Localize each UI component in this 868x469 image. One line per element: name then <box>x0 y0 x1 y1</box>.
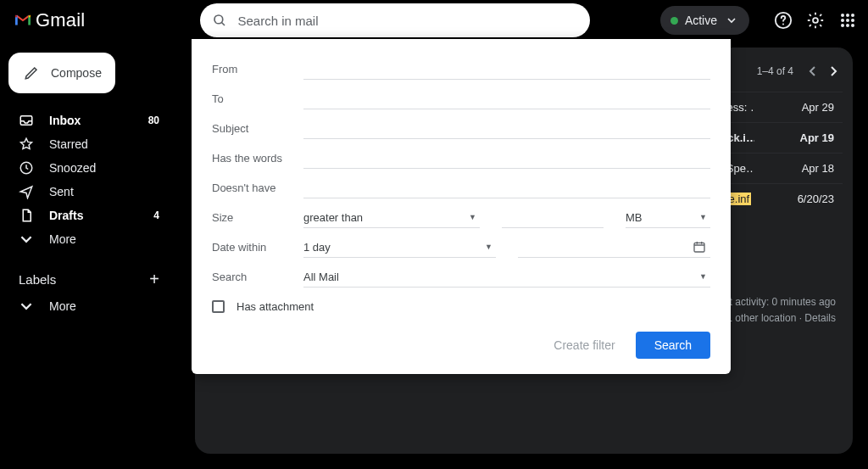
account-activity: ount activity: 0 minutes ago <box>713 294 836 310</box>
adv-has-attachment[interactable]: Has attachment <box>212 300 710 313</box>
svg-point-4 <box>813 18 818 23</box>
search-container <box>200 3 626 37</box>
status-chip[interactable]: Active <box>660 6 749 35</box>
help-icon[interactable] <box>773 10 793 31</box>
adv-doesnthave-input[interactable] <box>303 178 710 198</box>
chevron-down-icon <box>19 299 34 314</box>
search-icon <box>212 13 227 28</box>
labels-more-label: More <box>49 299 76 313</box>
page-nav <box>809 66 837 76</box>
adv-search-button[interactable]: Search <box>636 332 710 359</box>
adv-daterange-value: 1 day <box>303 241 331 254</box>
advanced-search-panel: From To Subject Has the words Doesn't ha… <box>192 39 731 374</box>
draft-icon <box>19 208 34 223</box>
sidebar-item-label: More <box>49 232 76 246</box>
svg-point-3 <box>782 24 784 25</box>
mail-date: Apr 19 <box>788 131 834 144</box>
svg-point-6 <box>846 14 849 17</box>
star-icon <box>19 137 34 152</box>
status-label: Active <box>685 14 717 27</box>
mail-date: Apr 29 <box>788 101 834 114</box>
adv-haswords-label: Has the words <box>212 152 293 165</box>
svg-point-11 <box>841 24 844 27</box>
next-page-button[interactable] <box>829 66 837 76</box>
add-label-button[interactable]: + <box>149 270 159 289</box>
svg-point-10 <box>851 19 854 22</box>
adv-subject-label: Subject <box>212 122 293 135</box>
adv-date-input[interactable] <box>518 237 710 258</box>
search-input[interactable] <box>237 14 578 28</box>
page-range: 1–4 of 4 <box>757 65 793 77</box>
inbox-icon <box>19 113 34 128</box>
sidebar-item-more[interactable]: More <box>8 227 168 251</box>
labels-title: Labels <box>19 272 56 287</box>
sidebar-item-starred[interactable]: Starred <box>8 132 168 156</box>
footer-info: ount activity: 0 minutes ago in 1 other … <box>713 294 836 327</box>
chevron-down-icon: ▼ <box>469 213 476 221</box>
compose-button[interactable]: Compose <box>8 53 115 93</box>
header-icons <box>773 10 858 31</box>
brand-name: Gmail <box>36 9 85 31</box>
chevron-down-icon: ▼ <box>485 243 492 251</box>
labels-header: Labels + <box>8 270 168 289</box>
sidebar-item-label: Starred <box>49 137 88 151</box>
adv-datewithin-label: Date within <box>212 241 293 254</box>
adv-actions: Create filter Search <box>212 332 710 359</box>
chevron-down-icon <box>724 13 739 28</box>
svg-point-9 <box>846 19 849 22</box>
status-dot-icon <box>670 17 678 25</box>
chevron-down-icon: ▼ <box>699 272 707 281</box>
sidebar-item-count: 4 <box>153 209 159 221</box>
mail-date: 6/20/23 <box>788 193 834 205</box>
pencil-icon <box>24 65 39 81</box>
apps-grid-icon[interactable] <box>837 10 858 31</box>
adv-haswords-input[interactable] <box>303 148 710 169</box>
adv-has-attachment-label: Has attachment <box>236 300 314 313</box>
adv-size-op-select[interactable]: greater than ▼ <box>303 208 480 228</box>
adv-daterange-select[interactable]: 1 day ▼ <box>303 237 496 258</box>
labels-more[interactable]: More <box>8 294 168 318</box>
sidebar-item-label: Inbox <box>49 114 81 127</box>
adv-size-unit-select[interactable]: MB ▼ <box>626 208 710 228</box>
account-locations[interactable]: in 1 other location · Details <box>713 310 836 327</box>
svg-point-12 <box>846 24 849 27</box>
sidebar: Compose Inbox 80 Starred Snoozed Sen <box>0 47 176 318</box>
adv-subject-input[interactable] <box>303 119 710 139</box>
adv-from-input[interactable] <box>303 59 710 80</box>
adv-searchscope-select[interactable]: All Mail ▼ <box>303 267 710 288</box>
sidebar-item-sent[interactable]: Sent <box>8 180 168 204</box>
sidebar-item-label: Sent <box>49 185 74 198</box>
svg-rect-16 <box>694 243 704 252</box>
svg-point-8 <box>841 19 844 22</box>
checkbox-icon[interactable] <box>212 300 225 313</box>
chevron-down-icon: ▼ <box>699 213 707 221</box>
prev-page-button[interactable] <box>809 66 817 76</box>
mail-date: Apr 18 <box>788 162 834 175</box>
gear-icon[interactable] <box>805 10 826 31</box>
adv-doesnthave-label: Doesn't have <box>212 181 293 194</box>
nav: Inbox 80 Starred Snoozed Sent Drafts <box>8 109 168 251</box>
sidebar-item-count: 80 <box>148 114 159 126</box>
calendar-icon <box>692 239 707 254</box>
adv-size-op-value: greater than <box>303 211 363 224</box>
svg-point-13 <box>851 24 854 27</box>
svg-point-5 <box>841 14 844 17</box>
adv-to-input[interactable] <box>303 89 710 109</box>
send-icon <box>19 184 34 199</box>
brand[interactable]: Gmail <box>15 9 85 31</box>
compose-label: Compose <box>51 66 102 80</box>
search-bar[interactable] <box>200 3 590 37</box>
adv-to-label: To <box>212 92 293 105</box>
sidebar-item-inbox[interactable]: Inbox 80 <box>8 109 168 132</box>
svg-point-7 <box>851 14 854 17</box>
sidebar-item-label: Drafts <box>49 209 83 222</box>
clock-icon <box>19 160 34 176</box>
adv-size-label: Size <box>212 211 293 224</box>
adv-searchscope-value: All Mail <box>303 271 339 283</box>
adv-from-label: From <box>212 63 293 75</box>
adv-size-unit-value: MB <box>626 211 643 224</box>
sidebar-item-snoozed[interactable]: Snoozed <box>8 156 168 180</box>
sidebar-item-drafts[interactable]: Drafts 4 <box>8 204 168 227</box>
adv-size-value-input[interactable] <box>502 208 604 228</box>
create-filter-link[interactable]: Create filter <box>554 338 615 352</box>
